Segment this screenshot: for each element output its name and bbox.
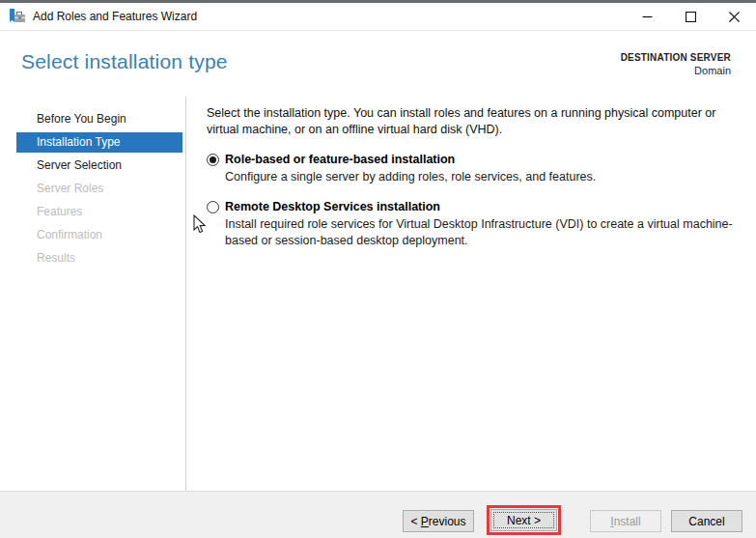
add-roles-wizard-window: { "window": { "title": "Add Roles and Fe… [0, 0, 756, 538]
next-button-mnemonic: N [507, 514, 516, 527]
sidebar-item-server-selection[interactable]: Server Selection [16, 156, 182, 176]
destination-server-label: DESTINATION SERVER [621, 52, 731, 65]
intro-text: Select the installation type. You can in… [207, 105, 740, 138]
remote-desktop-radio-button[interactable] [207, 201, 219, 213]
sidebar-item-results: Results [16, 248, 182, 269]
remote-desktop-label: Remote Desktop Services installation [225, 200, 440, 213]
maximize-button[interactable] [669, 3, 713, 30]
sidebar-item-confirmation: Confirmation [16, 225, 182, 245]
server-manager-toolbox-icon [9, 9, 25, 24]
next-button-rest: ext > [516, 514, 541, 527]
wizard-body: Before You Begin Installation Type Serve… [0, 97, 756, 491]
minimize-button[interactable] [626, 3, 669, 30]
sidebar-item-installation-type[interactable]: Installation Type [16, 132, 182, 153]
mouse-cursor-icon [193, 214, 206, 234]
previous-button-rest: revious [429, 515, 466, 528]
next-button-highlight: Next > [487, 505, 561, 535]
page-title: Select installation type [21, 50, 228, 97]
previous-button-mnemonic: P [421, 515, 429, 528]
remote-desktop-description: Install required role services for Virtu… [225, 216, 751, 249]
maximize-icon [686, 12, 696, 22]
option-remote-desktop: Remote Desktop Services installation Ins… [207, 200, 751, 249]
installation-type-panel: Select the installation type. You can in… [186, 97, 756, 491]
wizard-steps-sidebar: Before You Begin Installation Type Serve… [0, 97, 186, 491]
remote-desktop-radio-row[interactable]: Remote Desktop Services installation [207, 200, 751, 213]
sidebar-item-features: Features [16, 202, 182, 222]
cancel-button[interactable]: Cancel [671, 510, 742, 532]
title-bar: Add Roles and Features Wizard [0, 3, 756, 31]
close-icon [729, 12, 740, 22]
destination-server-block: DESTINATION SERVER Domain [621, 50, 731, 97]
role-based-radio-button[interactable] [207, 154, 219, 166]
option-role-based: Role-based or feature-based installation… [207, 153, 751, 185]
wizard-header: Select installation type DESTINATION SER… [0, 31, 756, 97]
minimize-icon [642, 12, 653, 22]
sidebar-item-before-you-begin[interactable]: Before You Begin [16, 109, 182, 129]
window-title: Add Roles and Features Wizard [33, 10, 626, 23]
wizard-footer: < Previous Next > Install Cancel [0, 491, 756, 538]
sidebar-item-server-roles: Server Roles [16, 179, 182, 199]
next-button[interactable]: Next > [490, 509, 557, 531]
role-based-description: Configure a single server by adding role… [225, 169, 751, 185]
previous-button-prefix: < [410, 515, 420, 528]
role-based-radio-row[interactable]: Role-based or feature-based installation [207, 153, 751, 166]
previous-button[interactable]: < Previous [403, 510, 474, 532]
destination-server-value: Domain [621, 65, 731, 78]
role-based-label: Role-based or feature-based installation [225, 153, 455, 166]
install-button-rest: nstall [614, 515, 641, 528]
close-button[interactable] [713, 3, 756, 30]
install-button: Install [590, 510, 661, 532]
